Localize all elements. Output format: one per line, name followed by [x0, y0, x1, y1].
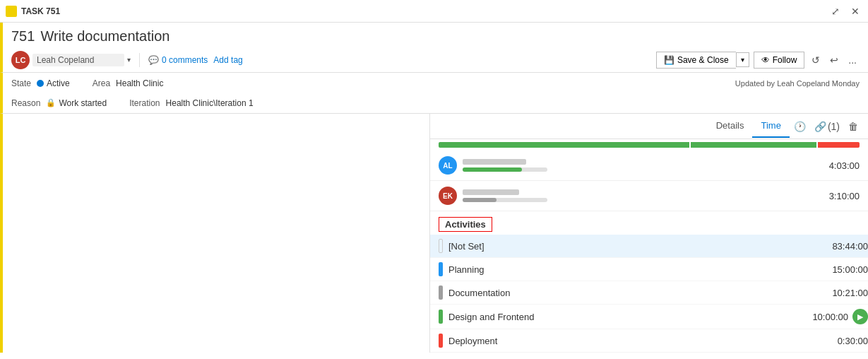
state-item: State Active: [11, 78, 70, 88]
eye-icon: 👁: [761, 55, 770, 65]
avatar-ek: EK: [439, 187, 457, 205]
reason-label: Reason: [11, 98, 40, 108]
state-text: Active: [47, 78, 70, 88]
save-close-label: Save & Close: [677, 55, 729, 65]
activity-time-documentation: 10:21:00: [832, 288, 868, 298]
activity-color-planning: [439, 262, 443, 276]
comment-icon: 💬: [148, 55, 159, 65]
activity-name-not-set: [Not Set]: [448, 241, 832, 252]
state-dot: [37, 80, 44, 87]
left-panel: [0, 114, 430, 353]
reason-text: Work started: [59, 98, 107, 108]
user-time-value-al: 4:03:00: [829, 160, 860, 171]
avatar: LC: [11, 51, 30, 69]
user-time-fill-ek: [463, 198, 497, 202]
state-label: State: [11, 78, 31, 88]
avatar-al: AL: [439, 156, 457, 175]
activity-color-deployment: [439, 334, 443, 348]
user-time-value-ek: 3:10:00: [829, 191, 860, 201]
activity-color-documentation: [439, 286, 443, 300]
user-time-fill-al: [463, 167, 522, 172]
assigned-input[interactable]: [32, 54, 124, 66]
activity-color-design: [439, 310, 443, 324]
follow-button[interactable]: 👁 Follow: [754, 52, 805, 69]
progress-green: [691, 142, 816, 148]
save-icon: 💾: [664, 55, 674, 65]
area-value: Health Clinic: [116, 78, 163, 88]
activity-time-planning: 15:00:00: [832, 264, 868, 275]
follow-label: Follow: [773, 55, 797, 65]
expand-button[interactable]: ⤢: [828, 4, 843, 18]
activity-row-design[interactable]: Design and Frontend 10:00:00 ▶: [430, 305, 868, 329]
reason-value: 🔒 Work started: [46, 98, 107, 108]
iteration-item: Iteration Health Clinic\Iteration 1: [129, 98, 253, 108]
tab-time[interactable]: Time: [752, 114, 789, 138]
user-row-ek: EK 3:10:00: [430, 181, 868, 211]
content-area: Details Time 🕐 🔗 (1) 🗑 AL: [0, 114, 868, 353]
undo-button[interactable]: ↩: [827, 53, 841, 67]
task-number: 751: [11, 28, 35, 45]
toolbar-right: 💾 Save & Close ▾ 👁 Follow ↺ ↩ ...: [656, 52, 860, 69]
user-info-al: [463, 159, 824, 172]
links-count-label: (1): [828, 121, 840, 132]
user-name-bar-ek: [463, 189, 519, 195]
progress-blue: [439, 142, 689, 148]
activity-time-not-set: 83:44:00: [832, 241, 868, 252]
running-indicator: ▶: [852, 309, 868, 324]
activity-row-deployment[interactable]: Deployment 0:30:00: [430, 329, 868, 353]
comments-label: 0 comments: [162, 55, 208, 65]
activities-section: Activities: [430, 211, 868, 235]
progress-red: [818, 142, 860, 148]
tab-bar: Details Time 🕐 🔗 (1) 🗑: [430, 114, 868, 139]
close-button[interactable]: ✕: [848, 4, 862, 18]
tab-details[interactable]: Details: [708, 114, 753, 138]
tab-details-label: Details: [716, 120, 744, 131]
user-time-bar-al: [463, 167, 547, 172]
activity-color-not-set: [439, 239, 443, 253]
iteration-label: Iteration: [129, 98, 160, 108]
title-bar-left: TASK 751: [6, 6, 60, 17]
user-name-bar-al: [463, 159, 526, 165]
toolbar-divider: [139, 53, 140, 67]
assigned-field: LC ▾: [11, 51, 131, 69]
tab-history-button[interactable]: 🕐: [790, 118, 810, 135]
refresh-button[interactable]: ↺: [809, 53, 823, 67]
more-button[interactable]: ...: [845, 53, 860, 67]
activity-row-not-set[interactable]: [Not Set] 83:44:00: [430, 235, 868, 258]
time-content[interactable]: AL 4:03:00 EK 3:10:00: [430, 139, 868, 353]
state-value: Active: [37, 78, 70, 88]
tab-delete-button[interactable]: 🗑: [844, 118, 862, 135]
lock-icon: 🔒: [46, 98, 56, 107]
sub-meta-row: Reason 🔒 Work started Iteration Health C…: [0, 94, 868, 114]
activity-row-planning[interactable]: Planning 15:00:00: [430, 258, 868, 281]
user-info-ek: [463, 189, 824, 202]
reason-item: Reason 🔒 Work started: [11, 98, 107, 108]
task-icon: [6, 6, 17, 17]
save-close-group: 💾 Save & Close ▾: [656, 52, 749, 69]
title-bar: TASK 751 ⤢ ✕: [0, 0, 868, 23]
toolbar: LC ▾ 💬 0 comments Add tag 💾 Save & Close…: [0, 47, 868, 73]
updated-text: Updated by Leah Copeland Monday: [735, 79, 860, 88]
tab-time-label: Time: [761, 120, 780, 131]
meta-row: State Active Area Health Clinic Updated …: [0, 73, 868, 94]
activities-header: Activities: [439, 217, 492, 232]
comments-button[interactable]: 💬 0 comments: [148, 55, 208, 65]
iteration-value: Health Clinic\Iteration 1: [166, 98, 254, 108]
area-label: Area: [93, 78, 110, 88]
area-item: Area Health Clinic: [93, 78, 164, 88]
title-bar-right: ⤢ ✕: [828, 4, 862, 18]
user-row-al: AL 4:03:00: [430, 151, 868, 181]
activity-name-deployment: Deployment: [448, 336, 838, 346]
activity-row-documentation[interactable]: Documentation 10:21:00: [430, 281, 868, 305]
design-time-value: 10:00:00: [812, 312, 848, 322]
tab-links-button[interactable]: 🔗 (1): [810, 118, 844, 135]
save-close-button[interactable]: 💾 Save & Close: [656, 52, 736, 69]
title-bar-label: TASK 751: [21, 6, 60, 16]
progress-bar-area: [430, 139, 868, 151]
task-title: Write documentation: [40, 28, 170, 45]
add-tag-button[interactable]: Add tag: [213, 55, 242, 65]
dropdown-arrow-icon[interactable]: ▾: [127, 56, 131, 64]
activity-name-design: Design and Frontend: [448, 312, 812, 322]
activity-time-deployment: 0:30:00: [838, 336, 868, 346]
save-close-dropdown[interactable]: ▾: [736, 52, 749, 67]
